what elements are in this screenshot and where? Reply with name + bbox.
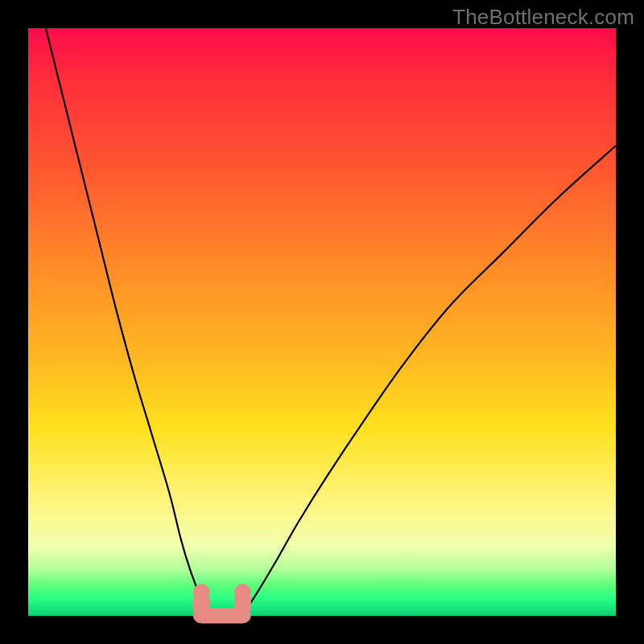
plot-area	[28, 28, 616, 616]
watermark-text: TheBottleneck.com	[452, 5, 634, 30]
svg-point-4	[234, 584, 250, 601]
curve-left-branch	[46, 28, 217, 616]
curve-right-branch	[240, 146, 616, 616]
svg-point-3	[193, 584, 209, 601]
svg-rect-2	[193, 609, 250, 623]
curve-layer	[28, 28, 616, 616]
chart-frame: TheBottleneck.com	[0, 0, 644, 644]
marker-blob	[193, 584, 250, 623]
